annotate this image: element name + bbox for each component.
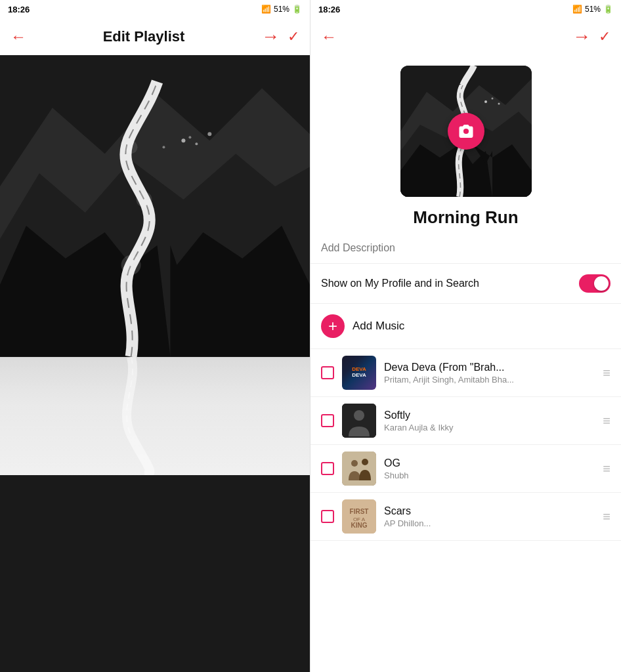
right-battery-icon: 🔋: [603, 5, 613, 14]
add-music-row[interactable]: + Add Music: [310, 304, 621, 349]
right-header: ← → ✓: [310, 18, 621, 55]
left-status-time: 18:26: [8, 5, 30, 14]
road-svg: [0, 55, 310, 357]
battery-text: 51%: [274, 5, 289, 14]
song-title-4: Scars: [384, 505, 595, 517]
right-status-icons: 📶 51% 🔋: [572, 5, 613, 14]
playlist-cover-section: Morning Run: [310, 55, 621, 233]
song-artist-2: Karan Aujla & Ikky: [384, 423, 595, 432]
right-back-button[interactable]: ←: [321, 28, 337, 46]
battery-icon: 🔋: [292, 5, 302, 14]
left-panel: 18:26 📶 51% 🔋 ← Edit Playlist → ✓: [0, 0, 310, 672]
drag-handle-1[interactable]: ≡: [603, 366, 610, 381]
drag-handle-3[interactable]: ≡: [603, 461, 610, 476]
add-music-button[interactable]: +: [321, 314, 345, 338]
right-check-button[interactable]: ✓: [599, 28, 610, 45]
wifi-icon: 📶: [261, 5, 271, 14]
song-thumbnail-1: DEVADEVA: [342, 356, 376, 390]
svg-point-8: [181, 138, 185, 142]
left-header: ← Edit Playlist → ✓: [0, 18, 310, 55]
playlist-cover-wrapper[interactable]: [400, 66, 532, 197]
svg-point-5: [121, 255, 141, 275]
left-playlist-image: [0, 55, 310, 672]
song-list: DEVADEVA Deva Deva (From "Brah... Pritam…: [310, 349, 621, 541]
reflection-area: [0, 357, 310, 475]
svg-point-19: [484, 100, 487, 103]
profile-toggle[interactable]: [579, 274, 610, 293]
drag-handle-2[interactable]: ≡: [603, 413, 610, 429]
svg-point-21: [498, 103, 500, 105]
right-header-actions: → ✓: [572, 26, 610, 47]
song-checkbox-3[interactable]: [321, 462, 334, 475]
svg-point-27: [362, 459, 368, 465]
camera-button[interactable]: [448, 113, 484, 150]
song-info-3: OG Shubh: [384, 457, 595, 480]
add-music-label: Add Music: [353, 320, 404, 333]
og-thumb: [342, 452, 376, 486]
softly-thumb: [342, 404, 376, 438]
svg-point-7: [125, 140, 138, 154]
song-checkbox-1[interactable]: [321, 366, 334, 379]
svg-point-11: [207, 132, 211, 136]
right-arrow-icon: →: [572, 26, 591, 47]
svg-point-24: [354, 410, 364, 421]
song-title-3: OG: [384, 457, 595, 469]
song-artist-4: AP Dhillon...: [384, 518, 595, 528]
svg-text:KING: KING: [351, 522, 368, 529]
left-status-bar: 18:26 📶 51% 🔋: [0, 0, 310, 18]
svg-rect-25: [342, 452, 376, 486]
reflection-overlay: [0, 357, 310, 475]
song-artist-1: Pritam, Arijit Singh, Amitabh Bha...: [384, 375, 595, 385]
song-info-1: Deva Deva (From "Brah... Pritam, Arijit …: [384, 362, 595, 385]
left-page-title: Edit Playlist: [103, 28, 185, 45]
svg-point-9: [188, 136, 191, 138]
svg-point-6: [137, 192, 152, 207]
song-item: FIRST OF A KING Scars AP Dhillon... ≡: [310, 493, 621, 541]
svg-point-12: [162, 146, 165, 148]
drag-handle-4[interactable]: ≡: [603, 509, 610, 524]
song-item: DEVADEVA Deva Deva (From "Brah... Pritam…: [310, 349, 621, 397]
toggle-row: Show on My Profile and in Search: [310, 264, 621, 304]
deva-thumb: DEVADEVA: [342, 356, 376, 390]
song-thumbnail-2: [342, 404, 376, 438]
song-thumbnail-4: FIRST OF A KING: [342, 499, 376, 534]
svg-point-20: [491, 98, 493, 100]
song-artist-3: Shubh: [384, 471, 595, 480]
song-item: OG Shubh ≡: [310, 445, 621, 493]
song-title-2: Softly: [384, 410, 595, 421]
song-info-2: Softly Karan Aujla & Ikky: [384, 410, 595, 432]
right-panel: 18:26 📶 51% 🔋 ← → ✓: [310, 0, 621, 672]
song-checkbox-2[interactable]: [321, 414, 334, 427]
playlist-name: Morning Run: [413, 207, 518, 228]
left-status-icons: 📶 51% 🔋: [261, 5, 302, 14]
left-check-button[interactable]: ✓: [288, 28, 299, 45]
scars-thumb: FIRST OF A KING: [342, 499, 376, 534]
left-playlist-image-main: [0, 55, 310, 357]
song-item: Softly Karan Aujla & Ikky ≡: [310, 397, 621, 445]
song-info-4: Scars AP Dhillon...: [384, 505, 595, 528]
svg-point-10: [195, 142, 198, 145]
song-checkbox-4[interactable]: [321, 510, 334, 523]
right-status-bar: 18:26 📶 51% 🔋: [310, 0, 621, 18]
svg-point-26: [351, 460, 358, 467]
left-back-button[interactable]: ←: [11, 28, 26, 46]
toggle-label: Show on My Profile and in Search: [321, 278, 479, 289]
toggle-knob: [594, 276, 609, 291]
right-battery-text: 51%: [585, 5, 601, 14]
left-header-actions: → ✓: [261, 26, 299, 47]
right-status-time: 18:26: [318, 5, 340, 14]
svg-text:FIRST: FIRST: [350, 508, 369, 515]
song-title-1: Deva Deva (From "Brah...: [384, 362, 595, 373]
song-thumbnail-3: [342, 452, 376, 486]
description-input[interactable]: [310, 233, 621, 264]
left-arrow-icon: →: [261, 26, 280, 47]
right-wifi-icon: 📶: [572, 5, 582, 14]
